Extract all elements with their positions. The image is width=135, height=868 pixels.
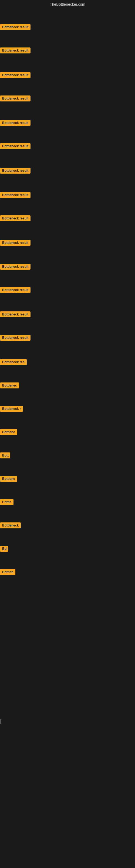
result-row-8: Bottleneck result [0,192,31,199]
result-row-24: Bottlen [0,569,15,576]
cursor [1,719,1,724]
result-row-11: Bottleneck result [0,264,31,271]
result-row-16: Bottlenec [0,382,19,390]
bottleneck-badge-17[interactable]: Bottleneck r [0,406,23,412]
bottleneck-badge-10[interactable]: Bottleneck result [0,240,31,246]
result-row-4: Bottleneck result [0,95,31,102]
bottleneck-badge-3[interactable]: Bottleneck result [0,72,31,78]
bottleneck-badge-16[interactable]: Bottlenec [0,382,19,389]
result-row-5: Bottleneck result [0,120,31,127]
result-row-18: Bottlene [0,429,17,436]
bottleneck-badge-11[interactable]: Bottleneck result [0,264,31,270]
bottleneck-badge-22[interactable]: Bottleneck [0,522,21,528]
bottleneck-badge-23[interactable]: Bol [0,546,8,552]
result-row-21: Bottle [0,499,13,506]
bottleneck-badge-1[interactable]: Bottleneck result [0,24,31,30]
bottleneck-badge-14[interactable]: Bottleneck result [0,335,31,341]
bottleneck-badge-13[interactable]: Bottleneck result [0,311,31,317]
result-row-15: Bottleneck res [0,359,27,366]
result-row-1: Bottleneck result [0,24,31,31]
result-row-20: Bottlene [0,476,17,483]
result-row-17: Bottleneck r [0,406,23,413]
bottleneck-badge-5[interactable]: Bottleneck result [0,120,31,126]
result-row-3: Bottleneck result [0,72,31,79]
result-row-7: Bottleneck result [0,167,31,175]
site-title: TheBottlenecker.com [0,0,135,9]
bottleneck-badge-9[interactable]: Bottleneck result [0,215,31,221]
bottleneck-badge-15[interactable]: Bottleneck res [0,359,27,365]
result-row-10: Bottleneck result [0,240,31,247]
result-row-23: Bol [0,546,8,553]
bottleneck-badge-18[interactable]: Bottlene [0,429,17,435]
bottleneck-badge-6[interactable]: Bottleneck result [0,143,31,149]
bottleneck-badge-7[interactable]: Bottleneck result [0,167,31,174]
result-row-14: Bottleneck result [0,335,31,342]
bottleneck-badge-19[interactable]: Bott [0,453,10,458]
bottleneck-badge-8[interactable]: Bottleneck result [0,192,31,198]
result-row-19: Bott [0,453,10,460]
result-row-9: Bottleneck result [0,215,31,222]
bottleneck-badge-12[interactable]: Bottleneck result [0,287,31,293]
bottleneck-badge-2[interactable]: Bottleneck result [0,48,31,54]
bottleneck-badge-24[interactable]: Bottlen [0,569,15,575]
bottleneck-badge-21[interactable]: Bottle [0,499,13,505]
result-row-13: Bottleneck result [0,311,31,318]
result-row-22: Bottleneck [0,522,21,529]
result-row-6: Bottleneck result [0,143,31,150]
result-row-2: Bottleneck result [0,48,31,55]
result-row-12: Bottleneck result [0,287,31,294]
bottleneck-badge-20[interactable]: Bottlene [0,476,17,482]
bottleneck-badge-4[interactable]: Bottleneck result [0,95,31,101]
results-container: Bottleneck resultBottleneck resultBottle… [0,9,135,868]
